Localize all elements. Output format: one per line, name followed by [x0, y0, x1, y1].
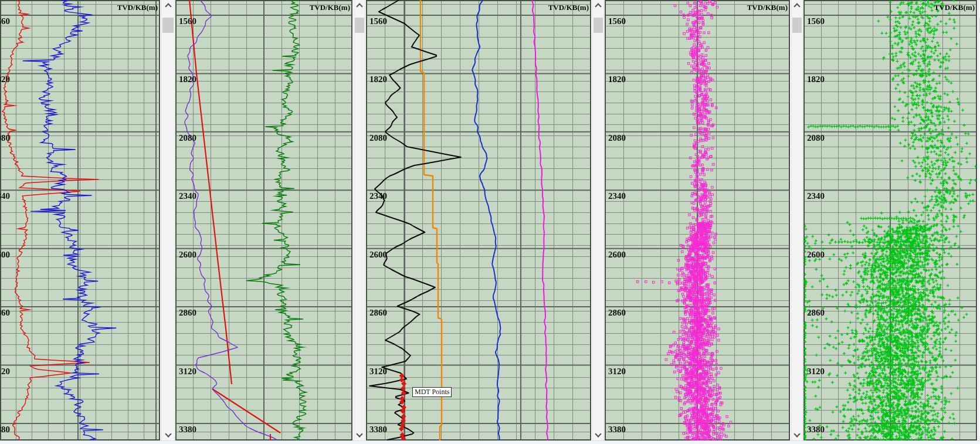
- depth-label: 3120: [369, 367, 387, 376]
- depth-label: 2340: [179, 192, 196, 201]
- depth-label: 1560: [608, 17, 626, 26]
- chevron-up-icon: [794, 3, 800, 9]
- depth-label: 2600: [0, 250, 10, 259]
- depth-label: 2860: [0, 309, 10, 317]
- log-plot-canvas[interactable]: [0, 0, 160, 440]
- depth-label: 1820: [608, 75, 626, 84]
- depth-label: 1560: [369, 17, 387, 26]
- mdt-points-annotation: MDT Points: [412, 387, 452, 397]
- depth-label: 3120: [807, 367, 825, 376]
- depth-label: 2340: [369, 192, 387, 201]
- log-plot-canvas[interactable]: [605, 0, 790, 440]
- chevron-up-icon: [356, 3, 362, 9]
- depth-axis-unit-label: TVD/KB(m): [747, 3, 788, 12]
- chevron-down-icon: [794, 431, 800, 437]
- depth-label: 1560: [807, 17, 825, 26]
- depth-label: 1820: [369, 75, 387, 84]
- scroll-down-button[interactable]: [354, 431, 365, 440]
- chevron-up-icon: [165, 3, 171, 9]
- depth-label: 2340: [807, 192, 825, 201]
- depth-label: 2600: [369, 250, 387, 259]
- scroll-up-button[interactable]: [593, 1, 603, 10]
- scroll-thumb[interactable]: [792, 18, 802, 33]
- depth-label: 1560: [179, 17, 196, 26]
- depth-label: 2340: [0, 192, 10, 201]
- track-vertical-scrollbar[interactable]: [354, 0, 365, 442]
- depth-label: 2340: [608, 192, 626, 201]
- depth-label: 2080: [0, 134, 10, 143]
- depth-axis-unit-label: TVD/KB(m): [117, 3, 158, 12]
- track-3-caliper-pressure: 15601820208023402600286031203380TVD/KB(m…: [366, 0, 591, 440]
- depth-label: 2860: [179, 309, 196, 317]
- depth-label: 3120: [608, 367, 626, 376]
- log-plot-canvas[interactable]: [366, 0, 591, 440]
- scroll-down-button[interactable]: [593, 431, 603, 440]
- depth-label: 2080: [807, 134, 825, 143]
- scroll-thumb[interactable]: [355, 18, 364, 33]
- depth-label: 1820: [179, 75, 196, 84]
- track-vertical-scrollbar[interactable]: [791, 0, 803, 442]
- depth-label: 2080: [369, 134, 387, 143]
- chevron-down-icon: [356, 431, 362, 437]
- chevron-down-icon: [595, 431, 601, 437]
- scroll-up-button[interactable]: [792, 1, 802, 10]
- scroll-down-button[interactable]: [792, 431, 802, 440]
- depth-label: 2860: [369, 309, 387, 317]
- track-2-sonic-density: 15601820208023402600286031203380TVD/KB(m…: [175, 0, 352, 440]
- depth-label: 3380: [369, 425, 387, 434]
- depth-label: 3120: [0, 367, 10, 376]
- depth-label: 1820: [807, 75, 825, 84]
- log-plot-canvas[interactable]: [803, 0, 977, 440]
- depth-axis-unit-label: TVD/KB(m): [934, 3, 975, 12]
- track-5-scatter-green: 15601820208023402600286031203380TVD/KB(m…: [803, 0, 977, 440]
- track-vertical-scrollbar[interactable]: [592, 0, 604, 442]
- depth-label: 3380: [807, 425, 825, 434]
- depth-label: 1820: [0, 75, 10, 84]
- depth-axis-unit-label: TVD/KB(m): [310, 3, 350, 12]
- depth-label: 3120: [179, 367, 196, 376]
- well-log-viewer: 15601820208023402600286031203380TVD/KB(m…: [0, 0, 980, 444]
- depth-axis-unit-label: TVD/KB(m): [548, 3, 589, 12]
- depth-label: 2600: [608, 250, 626, 259]
- depth-label: 1560: [0, 17, 10, 26]
- scroll-thumb[interactable]: [162, 18, 174, 33]
- depth-label: 2860: [608, 309, 626, 317]
- depth-label: 2600: [807, 250, 825, 259]
- track-1-resistivity: 15601820208023402600286031203380TVD/KB(m…: [0, 0, 160, 440]
- depth-label: 2080: [179, 134, 196, 143]
- depth-label: 3380: [608, 425, 626, 434]
- depth-label: 2080: [608, 134, 626, 143]
- chevron-down-icon: [165, 431, 171, 437]
- scroll-thumb[interactable]: [594, 18, 603, 33]
- chevron-up-icon: [595, 3, 601, 9]
- window-bottom-edge: [0, 440, 980, 444]
- depth-label: 3380: [0, 425, 10, 434]
- scroll-down-button[interactable]: [162, 431, 174, 440]
- depth-label: 3380: [179, 425, 196, 434]
- track-vertical-scrollbar[interactable]: [161, 0, 175, 442]
- scroll-up-button[interactable]: [162, 1, 174, 10]
- log-plot-canvas[interactable]: [175, 0, 352, 440]
- depth-label: 2600: [179, 250, 196, 259]
- depth-label: 2860: [807, 309, 825, 317]
- scroll-up-button[interactable]: [354, 1, 365, 10]
- track-4-scatter-magenta: 15601820208023402600286031203380TVD/KB(m…: [605, 0, 790, 440]
